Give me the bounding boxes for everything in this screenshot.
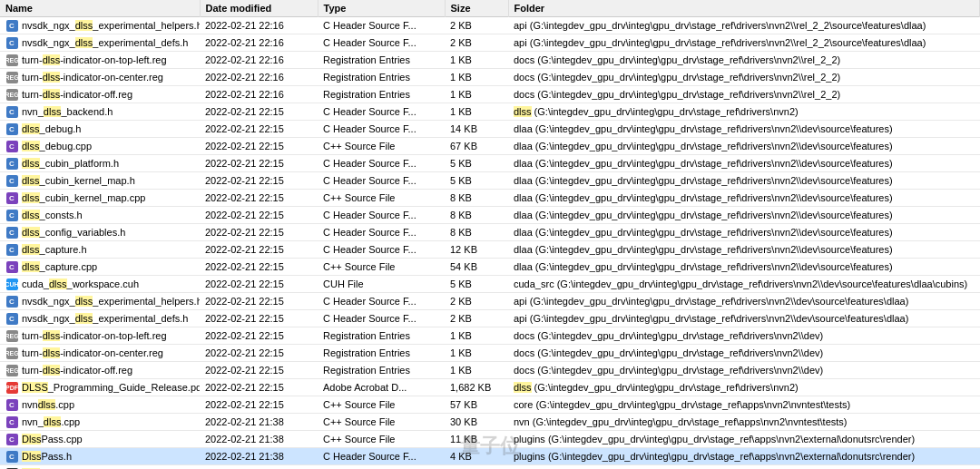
file-folder: api (G:\integdev_gpu_drv\integ\gpu_drv\s… — [508, 17, 980, 34]
file-icon: REG — [5, 364, 18, 376]
table-row[interactable]: REGturn-dlss-indicator-on-center.reg2022… — [0, 345, 980, 362]
file-folder: dlaa (G:\integdev_gpu_drv\integ\gpu_drv\… — [508, 259, 980, 276]
col-size-header[interactable]: Size — [445, 0, 508, 17]
table-header: Name Date modified Type Size Folder — [0, 0, 980, 17]
file-size: 30 KB — [445, 414, 508, 431]
table-row[interactable]: Cdlss_capture.h2022-02-21 22:15C Header … — [0, 241, 980, 259]
file-size: 5 KB — [445, 172, 508, 190]
file-icon: C — [5, 260, 18, 273]
file-folder: api (G:\integdev_gpu_drv\integ\gpu_drv\s… — [508, 293, 980, 310]
file-name-cell: Cdlss_debug.h — [0, 121, 200, 138]
col-type-header[interactable]: Type — [318, 0, 445, 17]
file-folder: plugins (G:\integdev_gpu_drv\integ\gpu_d… — [508, 448, 980, 465]
file-date: 2022-02-21 22:15 — [200, 379, 318, 396]
file-folder: dlaa (G:\integdev_gpu_drv\integ\gpu_drv\… — [508, 241, 980, 259]
file-type: C Header Source F... — [318, 293, 445, 310]
table-row[interactable]: Cdlss_cubin_platform.h2022-02-21 22:15C … — [0, 155, 980, 172]
table-row[interactable]: Cdlss_capture.cpp2022-02-21 22:15C++ Sou… — [0, 259, 980, 276]
file-size: 57 KB — [445, 396, 508, 414]
file-type: C Header Source F... — [318, 103, 445, 121]
file-date: 2022-02-21 21:38 — [200, 414, 318, 431]
file-folder: docs (G:\integdev_gpu_drv\integ\gpu_drv\… — [508, 69, 980, 86]
file-icon: C — [5, 398, 18, 411]
file-name-cell: CDlssPass.cpp — [0, 431, 200, 448]
table-row[interactable]: Cnvsdk_ngx_dlss_experimental_helpers.h20… — [0, 293, 980, 310]
table-body: Cnvsdk_ngx_dlss_experimental_helpers.h20… — [0, 17, 980, 470]
file-name-cell: Cnvn_dlss.cpp — [0, 414, 200, 431]
table-row[interactable]: Cnvn_dlss_backend.h2022-02-21 22:15C Hea… — [0, 103, 980, 121]
table-row[interactable]: Cnvsdk_ngx_dlss_experimental_helpers.h20… — [0, 17, 980, 34]
table-row[interactable]: Cdlss_config_variables.h2022-02-21 22:15… — [0, 224, 980, 241]
file-date: 2022-02-21 22:15 — [200, 155, 318, 172]
file-name-cell: REGturn-dlss-indicator-off.reg — [0, 86, 200, 103]
file-folder: ngxReplayer (G:\integdev_gpu_drv\integ\g… — [508, 465, 980, 470]
table-row[interactable]: PDFDLSS_Programming_Guide_Release.pdf202… — [0, 379, 980, 396]
file-type: Registration Entries — [318, 69, 445, 86]
file-type: C Header Source F... — [318, 172, 445, 190]
file-name: turn-dlss-indicator-on-center.reg — [22, 72, 163, 83]
table-row[interactable]: Cdlss_debug.h2022-02-21 22:15C Header So… — [0, 121, 980, 138]
table-row[interactable]: Cdlss_consts.h2022-02-21 22:15C Header S… — [0, 207, 980, 224]
col-name-header[interactable]: Name — [0, 0, 200, 17]
file-size: 5 KB — [445, 276, 508, 293]
file-folder: dlaa (G:\integdev_gpu_drv\integ\gpu_drv\… — [508, 138, 980, 155]
file-name: dlss_debug.h — [22, 123, 81, 134]
file-date: 2022-02-21 22:15 — [200, 345, 318, 362]
file-size: 4 KB — [445, 448, 508, 465]
file-size: 1,682 KB — [445, 379, 508, 396]
file-type: Adobe Acrobat D... — [318, 379, 445, 396]
table-row[interactable]: Cdlss_cubin_kernel_map.cpp2022-02-21 22:… — [0, 190, 980, 207]
file-icon: C — [5, 191, 18, 204]
table-row[interactable]: REGturn-dlss-indicator-on-center.reg2022… — [0, 69, 980, 86]
table-row[interactable]: REGturn-dlss-indicator-on-top-left.reg20… — [0, 52, 980, 69]
file-date: 2022-02-21 22:15 — [200, 121, 318, 138]
file-type: C++ Source File — [318, 396, 445, 414]
file-date: 2022-02-21 21:38 — [200, 448, 318, 465]
table-row[interactable]: Cnvsdk_ngx_dlss_experimental_defs.h2022-… — [0, 34, 980, 52]
file-icon: REG — [5, 329, 18, 342]
table-row[interactable]: Cdlss_debug.cpp2022-02-21 22:15C++ Sourc… — [0, 138, 980, 155]
file-type: C Header Source F... — [318, 34, 445, 52]
file-folder: api (G:\integdev_gpu_drv\integ\gpu_drv\s… — [508, 34, 980, 52]
file-icon: C — [5, 122, 18, 135]
file-name-cell: CDlssPass.h — [0, 448, 200, 465]
table-row[interactable]: REGturn-dlss-indicator-off.reg2022-02-21… — [0, 362, 980, 379]
file-name-cell: BATdlss-validate-x9.bat — [0, 465, 200, 470]
col-date-header[interactable]: Date modified — [200, 0, 318, 17]
file-size: 2 KB — [445, 310, 508, 327]
file-date: 2022-02-21 22:15 — [200, 310, 318, 327]
file-icon: C — [5, 105, 18, 118]
table-row[interactable]: Cnvsdk_ngx_dlss_experimental_defs.h2022-… — [0, 310, 980, 327]
file-name-cell: Cnvsdk_ngx_dlss_experimental_defs.h — [0, 34, 200, 52]
table-row[interactable]: CDlssPass.cpp2022-02-21 21:38C++ Source … — [0, 431, 980, 448]
table-row[interactable]: CDlssPass.h2022-02-21 21:38C Header Sour… — [0, 448, 980, 465]
file-name-cell: Cdlss_cubin_kernel_map.cpp — [0, 190, 200, 207]
file-type: Registration Entries — [318, 327, 445, 345]
file-size: 2 KB — [445, 17, 508, 34]
table-row[interactable]: Cnvn_dlss.cpp2022-02-21 21:38C++ Source … — [0, 414, 980, 431]
file-type: C Header Source F... — [318, 448, 445, 465]
file-name: turn-dlss-indicator-on-top-left.reg — [22, 330, 167, 341]
table-row[interactable]: Cdlss_cubin_kernel_map.h2022-02-21 22:15… — [0, 172, 980, 190]
file-folder: docs (G:\integdev_gpu_drv\integ\gpu_drv\… — [508, 327, 980, 345]
file-size: 12 KB — [445, 241, 508, 259]
table-row[interactable]: CUHcuda_dlss_workspace.cuh2022-02-21 22:… — [0, 276, 980, 293]
file-icon: C — [5, 295, 18, 308]
file-type: Windows Batch File — [318, 465, 445, 470]
table-row[interactable]: REGturn-dlss-indicator-off.reg2022-02-21… — [0, 86, 980, 103]
file-size: 8 KB — [445, 224, 508, 241]
table-row[interactable]: REGturn-dlss-indicator-on-top-left.reg20… — [0, 327, 980, 345]
col-folder-header[interactable]: Folder — [508, 0, 980, 17]
file-icon: C — [5, 19, 18, 32]
file-type: Registration Entries — [318, 345, 445, 362]
file-date: 2022-02-21 22:15 — [200, 362, 318, 379]
table-row[interactable]: BATdlss-validate-x9.bat2022-02-21 21:36W… — [0, 465, 980, 470]
file-name-cell: CUHcuda_dlss_workspace.cuh — [0, 276, 200, 293]
file-name-cell: REGturn-dlss-indicator-on-top-left.reg — [0, 52, 200, 69]
file-folder: docs (G:\integdev_gpu_drv\integ\gpu_drv\… — [508, 86, 980, 103]
file-explorer[interactable]: Name Date modified Type Size Folder Cnvs… — [0, 0, 980, 469]
file-type: C Header Source F... — [318, 310, 445, 327]
file-table: Name Date modified Type Size Folder Cnvs… — [0, 0, 980, 469]
table-row[interactable]: Cnvndlss.cpp2022-02-21 22:15C++ Source F… — [0, 396, 980, 414]
file-name: turn-dlss-indicator-off.reg — [22, 89, 132, 100]
